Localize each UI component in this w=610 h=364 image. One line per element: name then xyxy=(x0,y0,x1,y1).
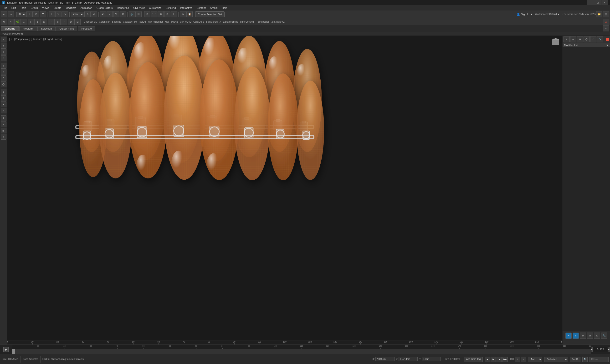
anim-btn-plus[interactable]: + xyxy=(515,357,520,362)
left-scale-tool[interactable]: ⤡ xyxy=(1,55,6,61)
tb2-btn7[interactable]: □ xyxy=(41,19,47,25)
snap-spinner-button[interactable]: ⊞ xyxy=(120,11,126,17)
move-button[interactable]: ✛ xyxy=(49,11,55,17)
x-coord-input[interactable]: 2.048cm xyxy=(375,357,395,361)
use-pivot-button[interactable]: ⊙ xyxy=(84,11,91,17)
layer-manager-button[interactable]: ⊕ xyxy=(180,11,186,17)
prev-key-button[interactable]: ◀ xyxy=(485,357,490,362)
left-tool-9[interactable]: ⊞ xyxy=(1,115,6,121)
menu-create[interactable]: Create xyxy=(52,6,63,10)
timeline-slider-area[interactable]: 0102030405060708090100110120130140150160… xyxy=(12,345,591,354)
snap-3d-button[interactable]: 3D xyxy=(100,11,106,17)
align-button[interactable]: ⊠ xyxy=(158,11,164,17)
create-selection-set-button[interactable]: Create Selection Set xyxy=(195,12,225,17)
rp-bottom-btn5[interactable]: ⊡ xyxy=(594,333,600,339)
search-button[interactable]: 🔍 xyxy=(582,357,588,362)
rp-add-button[interactable]: + xyxy=(564,36,570,42)
normal-align-button[interactable]: ⊢ xyxy=(171,11,177,17)
left-tool-8[interactable]: ⊙ xyxy=(1,108,6,113)
rp-edit-button[interactable]: ✏ xyxy=(570,36,576,42)
tb2-btn8[interactable]: ◯ xyxy=(48,19,54,25)
snap-percent-button[interactable]: % xyxy=(113,11,119,17)
menu-arnold[interactable]: Arnold xyxy=(208,6,220,10)
menu-help[interactable]: Help xyxy=(220,6,229,10)
workspaces-dropdown[interactable]: ▼ xyxy=(557,13,560,16)
tb2-btn6[interactable]: ⊚ xyxy=(34,19,40,25)
left-tool-5[interactable]: ↕ xyxy=(1,89,6,95)
link-button[interactable]: 🔗 xyxy=(129,11,135,17)
anim-btn-minus[interactable]: - xyxy=(521,357,526,362)
unlink-button[interactable]: ⛓ xyxy=(135,11,142,17)
tb2-btn11[interactable]: ⊕ xyxy=(68,19,74,25)
play-anim-button[interactable]: ▶ xyxy=(491,357,496,362)
render-frame-button[interactable]: 🎬 xyxy=(603,11,609,17)
select-button[interactable]: ↖ xyxy=(27,11,33,17)
add-time-tag-button[interactable]: Add Time Tag xyxy=(464,357,483,362)
selection-filter-dropdown[interactable]: All xyxy=(16,12,26,17)
left-tool-11[interactable]: ▦ xyxy=(1,128,6,133)
menu-graph-editors[interactable]: Graph Editors xyxy=(95,6,115,10)
scale-button[interactable]: ⤡ xyxy=(62,11,68,17)
redo-button[interactable]: ↪ xyxy=(8,11,14,17)
rp-bottom-btn1[interactable]: ☰ xyxy=(565,333,572,339)
menu-tools[interactable]: Tools xyxy=(18,6,28,10)
rp-hierarchy-button[interactable]: ⊞ xyxy=(577,36,583,42)
align-view-button[interactable]: ⊡ xyxy=(164,11,171,17)
key-set-button[interactable]: Set K. xyxy=(570,357,581,362)
tl-prev-frame-button[interactable]: ◀ xyxy=(591,347,593,352)
tb2-btn9[interactable]: ◁ xyxy=(54,19,61,25)
next-key-button[interactable]: ▶▶ xyxy=(503,357,508,362)
menu-interactive[interactable]: Interactive xyxy=(178,6,194,10)
left-rotate-tool[interactable]: ↻ xyxy=(1,49,6,55)
tab-freeform[interactable]: Freeform xyxy=(19,26,37,31)
select-by-name-button[interactable]: ☰ xyxy=(40,11,46,17)
mirror-button[interactable]: ⊟ xyxy=(144,11,150,17)
select-region-button[interactable]: ⊡ xyxy=(33,11,39,17)
timeline-track[interactable] xyxy=(12,349,591,354)
selected-dropdown[interactable]: Selected xyxy=(544,357,568,362)
y-coord-input[interactable]: 1.5214cm xyxy=(398,357,418,361)
sign-in-dropdown-arrow[interactable]: ▼ xyxy=(530,13,533,16)
left-tool-12[interactable]: ⊠ xyxy=(1,134,6,140)
tab-selection[interactable]: Selection xyxy=(38,26,55,31)
select-center-button[interactable]: ⊕ xyxy=(91,11,97,17)
tb2-btn1[interactable]: ⚙ xyxy=(1,19,7,25)
tab-modeling[interactable]: Modeling xyxy=(1,26,19,31)
menu-modifiers[interactable]: Modifiers xyxy=(64,6,78,10)
viewport[interactable]: [ + ] [Perspective ] [Standard ] [Edged … xyxy=(7,36,562,345)
tab-object-paint[interactable]: Object Paint xyxy=(56,26,78,31)
z-coord-input[interactable]: 0.0cm xyxy=(422,357,441,361)
rp-bottom-btn6[interactable]: 🔧 xyxy=(601,333,607,339)
tb2-btn12[interactable]: ⊡ xyxy=(74,19,80,25)
timeline-play-button[interactable]: ▶ xyxy=(3,347,9,352)
rp-motion-button[interactable]: ◯ xyxy=(583,36,590,42)
left-select-tool[interactable]: ↖ xyxy=(1,37,6,42)
menu-rendering[interactable]: Rendering xyxy=(115,6,131,10)
rp-bottom-btn2[interactable]: ⊞ xyxy=(572,333,579,339)
filters-input[interactable] xyxy=(589,357,609,362)
modifier-list-dropdown-arrow[interactable]: ▼ xyxy=(606,44,609,47)
menu-animation[interactable]: Animation xyxy=(79,6,94,10)
rp-utility-button[interactable]: 🔧 xyxy=(597,36,603,42)
left-tool-geo3[interactable]: ⊡ xyxy=(1,75,6,81)
scene-explorer-button[interactable]: 📋 xyxy=(186,11,193,17)
viewport-hat-icon[interactable] xyxy=(551,38,560,47)
close-button[interactable]: ✕ xyxy=(601,0,608,5)
menu-file[interactable]: File xyxy=(1,6,9,10)
left-tool-7[interactable]: ⊗ xyxy=(1,102,6,107)
maximize-button[interactable]: □ xyxy=(594,0,601,5)
rotate-button[interactable]: ↻ xyxy=(55,11,62,17)
snap-angle-button[interactable]: ∠ xyxy=(106,11,113,17)
rp-display-button[interactable]: □ xyxy=(590,36,597,42)
menu-customize[interactable]: Customize xyxy=(147,6,163,10)
left-tool-geo1[interactable]: △ xyxy=(1,63,6,69)
tab-options-button[interactable]: + xyxy=(603,26,609,32)
tb2-btn5[interactable]: ◇ xyxy=(28,19,34,25)
rp-color-swatch[interactable] xyxy=(606,38,609,41)
tl-next-frame-button[interactable]: ▶ xyxy=(608,347,610,352)
menu-content[interactable]: Content xyxy=(195,6,208,10)
coord-system-dropdown[interactable]: View xyxy=(71,12,84,17)
timeline-slider-handle[interactable] xyxy=(12,349,15,354)
stop-anim-button[interactable]: ■ xyxy=(497,357,502,362)
menu-civil-view[interactable]: Civil View xyxy=(131,6,146,10)
